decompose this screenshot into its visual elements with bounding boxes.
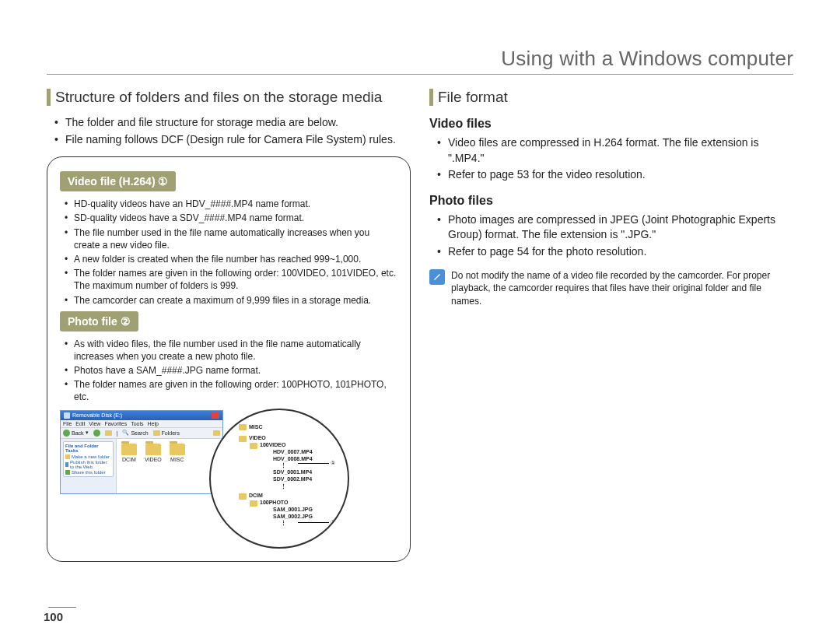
tree-ellipsis: ⋮ <box>281 483 313 490</box>
photo-format-list: Photo images are compressed in JPEG (Joi… <box>437 212 793 260</box>
menu-item: Edit <box>75 421 85 426</box>
explorer-figure: Removable Disk (E:) File Edit View Favor… <box>60 410 397 549</box>
folder-item: MISC <box>170 444 185 489</box>
list-item: Refer to page 53 for the video resolutio… <box>437 167 793 183</box>
tree-label: VIDEO <box>249 435 266 442</box>
callout-two: ② <box>331 519 335 525</box>
list-item: The file number used in the file name au… <box>65 226 397 251</box>
menu-item: Help <box>148 421 159 426</box>
tree-file: SAM_0001.JPG <box>271 507 313 514</box>
file-structure-panel: Video file (H.264) ① HD-quality videos h… <box>47 156 411 561</box>
list-item: SD-quality videos have a SDV_####.MP4 na… <box>65 212 397 224</box>
explorer-menubar: File Edit View Favorites Tools Help <box>61 420 222 428</box>
photo-file-list: As with video files, the file number use… <box>65 338 397 404</box>
menu-item: View <box>89 421 100 426</box>
explorer-file-pane: DCIM VIDEO MISC <box>117 439 222 493</box>
callout-line <box>298 522 329 523</box>
menu-item: File <box>63 421 72 426</box>
task-box-title: File and Folder Tasks <box>65 444 111 453</box>
folders-button: Folders <box>153 430 180 436</box>
folder-icon <box>145 444 161 455</box>
close-icon <box>212 412 219 419</box>
drive-icon <box>64 412 70 419</box>
folder-icon <box>239 424 247 430</box>
note-icon <box>429 269 445 285</box>
photo-file-pill: Photo file ② <box>60 311 138 332</box>
list-item: Photo images are compressed in JPEG (Joi… <box>437 212 793 243</box>
intro-item: The folder and file structure for storag… <box>54 115 411 131</box>
tree-label: 100VIDEO <box>260 442 285 449</box>
callout-one: ① <box>331 460 335 466</box>
left-heading-text: Structure of folders and files on the st… <box>55 89 382 106</box>
page-title: Using with a Windows computer <box>47 47 793 75</box>
page-number-rule <box>48 607 76 608</box>
tree-ellipsis: ⋮ <box>281 462 313 469</box>
explorer-titlebar: Removable Disk (E:) <box>61 411 222 420</box>
explorer-window: Removable Disk (E:) File Edit View Favor… <box>60 410 223 494</box>
menu-item: Tools <box>131 421 143 426</box>
explorer-toolbar: Back ▾ | 🔍 Search Folders <box>61 428 222 439</box>
list-item: A new folder is created when the file nu… <box>65 253 397 265</box>
zoom-lens: MISC VIDEO 100VIDEO HDV_0007.MP4 HDV_000… <box>209 409 349 549</box>
tree-file: HDV_0007.MP4 <box>271 449 313 456</box>
task-link: Publish this folder to the Web <box>65 460 111 469</box>
menu-item: Favorites <box>104 421 127 426</box>
callout-line <box>298 463 329 464</box>
right-section-heading: File format <box>429 89 793 106</box>
video-files-heading: Video files <box>429 117 793 131</box>
left-intro-list: The folder and file structure for storag… <box>54 115 411 147</box>
folder-icon <box>121 444 137 455</box>
list-item: Video files are compressed in H.264 form… <box>437 135 793 166</box>
video-file-pill: Video file (H.264) ① <box>60 171 176 191</box>
right-heading-text: File format <box>438 89 508 106</box>
folder-tree: MISC VIDEO 100VIDEO HDV_0007.MP4 HDV_000… <box>239 424 313 528</box>
tree-file: HDV_0008.MP4 <box>271 456 313 463</box>
forward-icon <box>93 430 100 437</box>
folder-icon <box>250 443 257 449</box>
explorer-sidebar: File and Folder Tasks Make a new folder … <box>61 439 117 493</box>
folder-item: VIDEO <box>145 444 162 489</box>
tree-label: 100PHOTO <box>260 500 288 507</box>
folder-icon <box>170 444 185 455</box>
explorer-title: Removable Disk (E:) <box>72 412 122 418</box>
list-item: Refer to page 54 for the photo resolutio… <box>437 244 793 260</box>
left-section-heading: Structure of folders and files on the st… <box>47 89 411 106</box>
list-item: As with video files, the file number use… <box>65 338 397 363</box>
folder-item: DCIM <box>121 444 137 489</box>
page-number: 100 <box>44 610 63 623</box>
photo-files-heading: Photo files <box>429 194 793 208</box>
tree-label: DCIM <box>249 493 263 500</box>
task-link: Make a new folder <box>65 454 111 459</box>
video-format-list: Video files are compressed in H.264 form… <box>437 135 793 183</box>
up-icon <box>105 430 112 436</box>
tree-label: MISC <box>249 424 263 431</box>
list-item: HD-quality videos have an HDV_####.MP4 n… <box>65 198 397 210</box>
right-column: File format Video files Video files are … <box>429 89 793 562</box>
task-link: Share this folder <box>65 470 111 475</box>
list-item: The camcorder can create a maximum of 9,… <box>65 294 397 307</box>
list-item: The folder names are given in the follow… <box>65 267 397 292</box>
tree-file: SDV_0002.MP4 <box>271 476 313 483</box>
left-column: Structure of folders and files on the st… <box>47 89 411 562</box>
folder-icon <box>239 436 247 442</box>
back-button: Back ▾ <box>63 430 89 437</box>
folder-icon <box>250 500 257 507</box>
note-row: Do not modify the name of a video file r… <box>429 269 793 308</box>
search-button: 🔍 Search <box>122 430 148 436</box>
views-icon <box>213 430 220 436</box>
list-item: The folder names are given in the follow… <box>65 378 397 403</box>
folder-icon <box>239 493 247 500</box>
video-file-list: HD-quality videos have an HDV_####.MP4 n… <box>65 198 397 307</box>
list-item: Photos have a SAM_####.JPG name format. <box>65 364 397 377</box>
tree-file: SAM_0002.JPG <box>271 514 313 521</box>
intro-item: File naming follows DCF (Design rule for… <box>54 132 411 148</box>
tree-file: SDV_0001.MP4 <box>271 469 313 476</box>
note-text: Do not modify the name of a video file r… <box>451 269 793 308</box>
